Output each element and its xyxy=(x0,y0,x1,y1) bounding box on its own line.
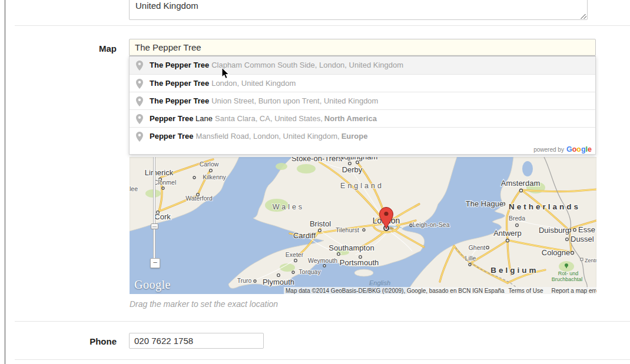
suggestion-secondary: Santa Clara, CA, United States, xyxy=(215,114,323,123)
google-map-logo: Google xyxy=(134,278,171,292)
suggestion-main-extra: Lane xyxy=(193,114,213,123)
svg-text:England: England xyxy=(340,182,384,190)
zoom-slider-track[interactable] xyxy=(153,157,155,263)
drag-marker-helper-text: Drag the marker to set the exact locatio… xyxy=(130,299,278,309)
suggestion-secondary: Clapham Common South Side, London, Unite… xyxy=(211,61,403,69)
place-pin-icon xyxy=(136,79,143,89)
powered-by-text: powered by xyxy=(533,146,564,153)
terms-of-use-link[interactable]: Terms of Use xyxy=(505,288,548,294)
google-logo: Google xyxy=(566,145,592,153)
svg-text:Derby: Derby xyxy=(342,165,363,174)
svg-text:Clonmel: Clonmel xyxy=(154,179,177,186)
svg-text:Weymouth: Weymouth xyxy=(308,257,337,264)
section-divider xyxy=(15,321,630,322)
suggestion-region: North America xyxy=(324,114,377,123)
map-tiles: Tralee Limerick Carlow Kilkenny Clonmel … xyxy=(130,157,596,294)
section-divider xyxy=(15,25,630,26)
suggestion-region: Europe xyxy=(341,132,368,141)
svg-text:Plymouth: Plymouth xyxy=(263,278,294,286)
autocomplete-item[interactable]: The Pepper TreeUnion Street, Burton upon… xyxy=(130,92,595,109)
zoom-slider-thumb[interactable] xyxy=(151,223,158,229)
suggestion-main: The Pepper Tree xyxy=(150,96,209,105)
suggestion-main: Pepper Tree xyxy=(150,132,193,141)
suggestion-main: Pepper Tree xyxy=(150,114,193,123)
powered-by-google: powered by Google xyxy=(130,145,595,154)
suggestion-secondary: London, United Kingdom xyxy=(211,79,296,88)
svg-text:Bruchbachtal: Bruchbachtal xyxy=(552,276,583,282)
svg-text:The Hague: The Hague xyxy=(466,199,503,208)
svg-text:Truro: Truro xyxy=(237,277,252,284)
suggestion-main: The Pepper Tree xyxy=(150,61,209,69)
panel-left-border xyxy=(5,0,5,364)
svg-text:Tralee: Tralee xyxy=(130,185,138,192)
svg-text:Waterford: Waterford xyxy=(185,195,213,202)
form-page: { "form": { "country": { "value": "Unite… xyxy=(0,0,630,364)
phone-field[interactable] xyxy=(129,333,264,349)
autocomplete-item[interactable]: The Pepper TreeLondon, United Kingdom xyxy=(130,74,595,92)
place-pin-icon xyxy=(136,96,143,106)
svg-text:Exeter: Exeter xyxy=(286,251,304,258)
svg-text:Leigh-on-Sea: Leigh-on-Sea xyxy=(412,221,449,228)
svg-text:Cardiff: Cardiff xyxy=(293,231,316,240)
svg-text:Rot- und: Rot- und xyxy=(558,271,579,276)
svg-text:Nottingham: Nottingham xyxy=(339,157,377,161)
svg-text:Kilkenny: Kilkenny xyxy=(203,173,226,181)
svg-text:Belgium: Belgium xyxy=(490,266,538,275)
svg-text:Limerick: Limerick xyxy=(145,168,174,177)
svg-text:Zentr: Zentr xyxy=(585,258,596,263)
map-attribution-text: Map data ©2014 GeoBasis-DE/BKG (©2009), … xyxy=(284,288,505,294)
svg-text:Lille: Lille xyxy=(465,255,476,262)
textarea-resize-grip[interactable] xyxy=(581,14,586,19)
mouse-cursor xyxy=(221,67,230,79)
svg-text:Esse: Esse xyxy=(578,225,595,234)
autocomplete-item[interactable]: Pepper TreeMansfield Road, London, Unite… xyxy=(130,127,595,145)
svg-text:Carlow: Carlow xyxy=(200,161,219,168)
svg-text:Tilehurst: Tilehurst xyxy=(336,226,359,233)
report-map-error-link[interactable]: Report a map error xyxy=(548,288,596,294)
zoom-out-button[interactable]: − xyxy=(150,258,160,268)
svg-text:Netherlands: Netherlands xyxy=(509,202,581,211)
svg-text:Duisburg: Duisburg xyxy=(539,226,569,235)
map-search-input[interactable] xyxy=(129,39,596,56)
place-pin-icon xyxy=(136,132,143,142)
places-autocomplete-dropdown: The Pepper TreeClapham Common South Side… xyxy=(129,56,596,155)
svg-text:Torquay: Torquay xyxy=(299,268,321,275)
isle-of-wight xyxy=(354,269,373,276)
map-attribution-bar: Map data ©2014 GeoBasis-DE/BKG (©2009), … xyxy=(284,287,596,294)
country-field[interactable]: United Kingdom xyxy=(129,0,588,20)
svg-text:Portsmouth: Portsmouth xyxy=(340,258,379,267)
svg-text:Stoke-on-Trent: Stoke-on-Trent xyxy=(291,157,343,163)
svg-text:Ghent: Ghent xyxy=(469,244,486,251)
svg-text:Bristol: Bristol xyxy=(310,219,331,228)
svg-text:Dussel: Dussel xyxy=(571,235,594,243)
svg-text:Amsterdam: Amsterdam xyxy=(501,179,540,188)
map-field-label: Map xyxy=(0,44,117,54)
autocomplete-item[interactable]: The Pepper TreeClapham Common South Side… xyxy=(130,56,595,74)
ijsselmeer xyxy=(522,161,533,176)
svg-text:Cork: Cork xyxy=(154,212,171,221)
suggestion-secondary: Mansfield Road, London, United Kingdom, xyxy=(195,132,339,141)
svg-text:Antwerp: Antwerp xyxy=(493,229,522,238)
section-divider xyxy=(15,359,630,360)
place-pin-icon xyxy=(136,114,143,124)
autocomplete-item[interactable]: Pepper Tree LaneSanta Clara, CA, United … xyxy=(130,109,595,127)
place-pin-icon xyxy=(136,61,143,71)
svg-text:Wales: Wales xyxy=(273,203,304,211)
phone-field-label: Phone xyxy=(0,336,117,346)
suggestion-secondary: Union Street, Burton upon Trent, United … xyxy=(211,96,378,105)
svg-text:Cologne: Cologne xyxy=(542,248,570,257)
svg-text:Southampton: Southampton xyxy=(329,243,374,252)
suggestion-main: The Pepper Tree xyxy=(150,79,209,88)
svg-text:Breda: Breda xyxy=(509,215,525,222)
google-map-canvas[interactable]: Tralee Limerick Carlow Kilkenny Clonmel … xyxy=(130,157,596,294)
